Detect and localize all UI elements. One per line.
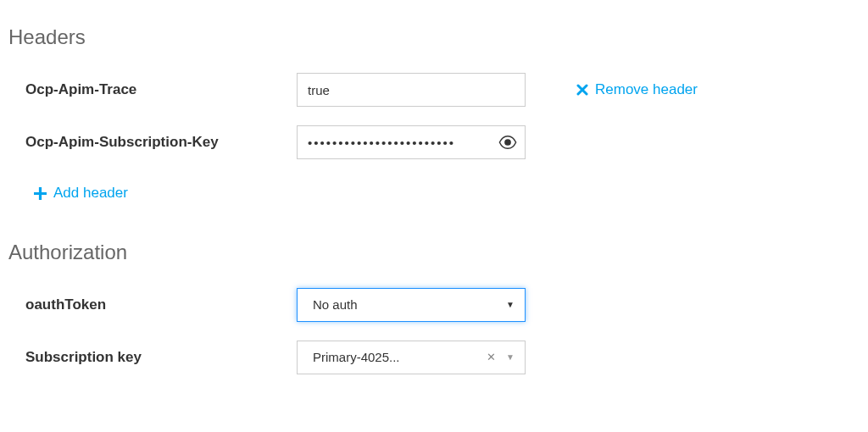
close-icon [576,84,588,96]
chevron-down-icon: ▼ [506,352,515,362]
add-header-link[interactable]: Add header [34,185,128,202]
subscription-key-select[interactable]: Primary-4025... ✕ ▼ [297,341,526,374]
eye-icon[interactable] [498,133,517,152]
plus-icon [34,187,47,200]
oauth-token-select[interactable]: No auth ▼ [297,288,526,322]
chevron-down-icon: ▼ [506,300,515,309]
clear-icon[interactable]: ✕ [487,351,496,363]
svg-point-0 [504,139,511,146]
add-header-text: Add header [53,185,128,202]
subscription-key-input[interactable] [297,125,526,159]
header-label: Ocp-Apim-Subscription-Key [25,134,297,151]
header-row-subscription-key: Ocp-Apim-Subscription-Key [25,125,860,159]
oauth-token-row: oauthToken No auth ▼ [25,288,860,322]
remove-header-text: Remove header [595,81,698,98]
subscription-key-row: Subscription key Primary-4025... ✕ ▼ [25,341,860,374]
subscription-key-selected: Primary-4025... [308,350,487,364]
header-row-trace: Ocp-Apim-Trace Remove header [25,73,860,107]
oauth-token-selected: No auth [308,297,506,312]
header-value-input[interactable] [297,73,526,107]
headers-section-title: Headers [8,25,860,49]
remove-header-link[interactable]: Remove header [576,81,698,98]
header-label: Ocp-Apim-Trace [25,81,297,98]
subscription-key-label: Subscription key [25,349,297,366]
oauth-token-label: oauthToken [25,296,297,313]
authorization-section-title: Authorization [8,241,860,264]
